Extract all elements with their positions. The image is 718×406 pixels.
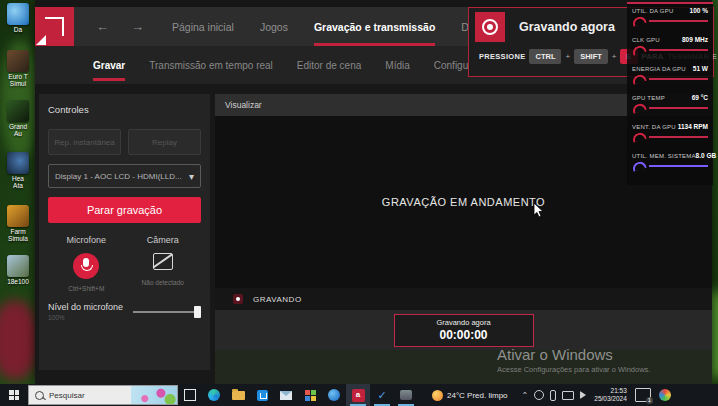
- folder-icon: [232, 391, 245, 400]
- record-ring: [482, 19, 498, 35]
- performance-metrics-overlay: UTIL. DA GPU100 % CLK GPU809 MHz ENERGIA…: [627, 2, 713, 185]
- windows-activation-watermark: Ativar o Windows Acesse Configurações pa…: [497, 346, 650, 374]
- notification-badge: 1: [646, 397, 653, 404]
- taskbar: Pesquisar a ✓ 24°C Pred. limpo ⌃ 21:53 2…: [0, 384, 718, 406]
- tray-person-icon[interactable]: [534, 390, 544, 400]
- recording-in-progress-text: GRAVAÇÃO EM ANDAMENTO: [382, 196, 545, 208]
- instant-replay-button[interactable]: Rep. instantânea: [48, 129, 121, 155]
- timer-bar: Gravando agora 00:00:00: [215, 310, 712, 350]
- slider-handle[interactable]: [194, 306, 201, 318]
- back-button[interactable]: ←: [96, 19, 109, 34]
- camera-disabled-icon: [153, 253, 173, 270]
- desktop-icon-euro-truck[interactable]: Euro TSimul: [3, 50, 33, 87]
- store-button[interactable]: [250, 384, 274, 406]
- icon-label: Euro T: [8, 73, 27, 80]
- mail-button[interactable]: [274, 384, 298, 406]
- watermark-subtitle: Acesse Configurações para ativar o Windo…: [497, 365, 650, 374]
- subtab-editor-de-cena[interactable]: Editor de cena: [297, 60, 362, 71]
- microphone-section: Microfone Ctrl+Shift+M: [48, 235, 125, 292]
- icon-label: Grand: [9, 123, 27, 130]
- edge-button[interactable]: [202, 384, 226, 406]
- tray-chevron-icon[interactable]: ⌃: [522, 391, 529, 400]
- amd-software-taskbar-button[interactable]: a: [346, 384, 370, 406]
- microphone-icon: [83, 258, 89, 267]
- metric-gpu-temp: GPU TEMP69 °C: [632, 94, 708, 123]
- desktop-icon-gta[interactable]: GrandAu: [3, 100, 33, 137]
- app-button-check[interactable]: ✓: [370, 384, 394, 406]
- hotkey-text: PRESSIONE: [479, 52, 525, 61]
- desktop-icon-farming[interactable]: FarmSimula: [3, 205, 33, 242]
- browser-color-icon[interactable]: [659, 389, 671, 401]
- mouse-cursor: [533, 202, 544, 218]
- ctrl-keycap: CTRL: [529, 49, 561, 64]
- task-view-button[interactable]: [178, 384, 202, 406]
- desktop-icon-3[interactable]: HeaAta: [3, 152, 33, 189]
- gauge-icon: [631, 15, 647, 27]
- icon-label: 18e100: [7, 278, 29, 285]
- search-input[interactable]: Pesquisar: [28, 385, 178, 405]
- display-select[interactable]: Display 1 - AOC LCD - HDMI(LLD... ▾: [48, 164, 201, 188]
- recording-label: GRAVANDO: [253, 295, 302, 304]
- camera-section: Câmera Não detectado: [125, 235, 202, 292]
- mic-level-section: Nível do microfone 100%: [48, 302, 201, 321]
- recording-now-title: Gravando agora: [519, 20, 615, 34]
- app-button-gray[interactable]: [394, 384, 418, 406]
- controls-panel: Controles Rep. instantânea Replay Displa…: [39, 94, 210, 370]
- tab-jogos[interactable]: Jogos: [260, 7, 288, 46]
- subtab-transmissao[interactable]: Transmissão em tempo real: [149, 60, 273, 71]
- microphone-title: Microfone: [48, 235, 125, 245]
- preview-header-label: Visualizar: [225, 100, 262, 110]
- tab-pagina-inicial[interactable]: Página inicial: [172, 7, 234, 46]
- desktop-icon-1[interactable]: Da: [3, 3, 33, 33]
- store-icon: [257, 390, 268, 401]
- watermark-title: Ativar o Windows: [497, 346, 650, 363]
- wallpaper-flower: [0, 300, 40, 380]
- replay-button[interactable]: Replay: [128, 129, 201, 155]
- photos-icon: [305, 390, 316, 401]
- weather-condition: Pred. limpo: [467, 391, 507, 400]
- search-icon: [35, 391, 44, 400]
- microphone-toggle-button[interactable]: [73, 253, 99, 279]
- windows-logo-icon: [9, 390, 19, 400]
- gauge-icon: [631, 131, 647, 143]
- app-button-blue[interactable]: [322, 384, 346, 406]
- amd-logo[interactable]: [35, 7, 74, 46]
- metric-gpu-util: UTIL. DA GPU100 %: [632, 7, 708, 36]
- weather-icon: [432, 390, 443, 401]
- recording-status-row: GRAVANDO: [215, 288, 712, 310]
- tray-volume-icon[interactable]: [580, 391, 586, 399]
- metric-system-memory: UTIL. MEM. SISTEMA8.0 GB: [632, 152, 708, 181]
- weather-temp: 24°C: [447, 391, 465, 400]
- app-icon: [7, 3, 29, 25]
- subtab-midia[interactable]: Mídia: [385, 60, 409, 71]
- tab-gravacao-e-transmissao[interactable]: Gravação e transmissão: [314, 7, 435, 46]
- stop-recording-button[interactable]: Parar gravação: [48, 197, 201, 223]
- gauge-icon: [631, 73, 647, 85]
- file-explorer-button[interactable]: [226, 384, 250, 406]
- desktop-icon-image[interactable]: 18e100: [3, 255, 33, 285]
- notification-center-button[interactable]: 1: [635, 388, 651, 402]
- forward-button[interactable]: →: [131, 19, 144, 34]
- gray-app-icon: [400, 390, 412, 400]
- microphone-hotkey: Ctrl+Shift+M: [48, 285, 125, 292]
- display-select-value: Display 1 - AOC LCD - HDMI(LLD...: [55, 172, 189, 181]
- mic-level-value: 100%: [48, 314, 133, 321]
- system-tray: ⌃: [522, 390, 587, 401]
- mic-level-slider[interactable]: [133, 311, 201, 313]
- tray-display-icon[interactable]: [562, 391, 574, 400]
- start-button[interactable]: [0, 384, 28, 406]
- tray-mic-icon[interactable]: [550, 390, 556, 401]
- game-icon: [7, 152, 29, 174]
- taskbar-clock[interactable]: 21:53 25/03/2024: [594, 387, 627, 403]
- clock-time: 21:53: [594, 387, 627, 395]
- search-placeholder: Pesquisar: [49, 391, 85, 400]
- icon-label: Da: [14, 26, 22, 33]
- record-icon: [475, 12, 505, 42]
- subtab-gravar[interactable]: Gravar: [93, 60, 125, 71]
- amd-icon: a: [352, 389, 365, 402]
- photos-button[interactable]: [298, 384, 322, 406]
- controls-title: Controles: [48, 104, 201, 115]
- plus-sign: +: [612, 52, 617, 61]
- recording-timer: Gravando agora 00:00:00: [394, 314, 534, 347]
- weather-widget[interactable]: 24°C Pred. limpo: [432, 390, 508, 401]
